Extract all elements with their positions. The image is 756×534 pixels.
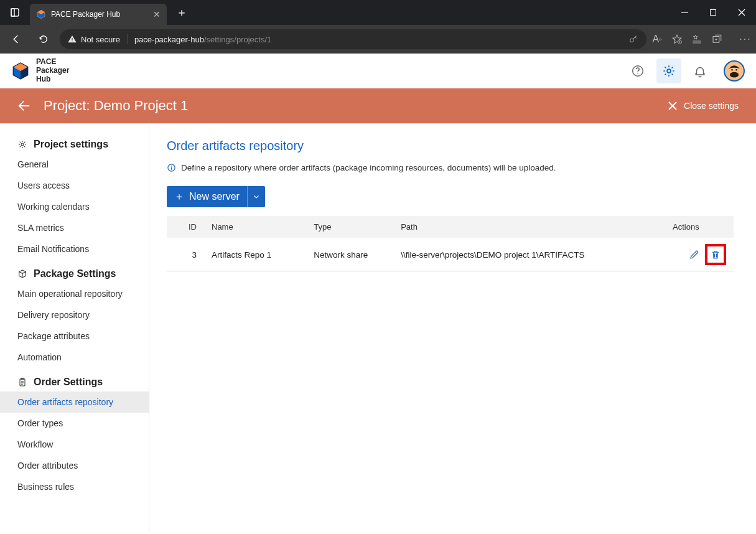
nav-refresh-button[interactable]	[32, 29, 55, 49]
table-row: 3 Artifacts Repo 1 Network share \\file-…	[167, 238, 734, 272]
sidebar-item-automation[interactable]: Automation	[0, 347, 149, 368]
repo-table: ID Name Type Path Actions 3 Artifacts Re…	[167, 216, 734, 272]
cell-id: 3	[167, 238, 204, 272]
sidebar-item-order-attributes[interactable]: Order attributes	[0, 455, 149, 476]
col-path[interactable]: Path	[393, 216, 665, 238]
svg-rect-22	[20, 379, 25, 386]
security-indicator[interactable]: Not secure	[67, 34, 128, 44]
page-title: Order artifacts repository	[167, 139, 734, 153]
delete-button-highlighted[interactable]	[705, 244, 726, 265]
package-icon	[17, 269, 27, 279]
col-id[interactable]: ID	[167, 216, 204, 238]
sidebar-item-sla-metrics[interactable]: SLA metrics	[0, 217, 149, 238]
svg-point-18	[731, 69, 733, 71]
project-title: Project: Demo Project 1	[44, 98, 188, 114]
pencil-icon	[689, 249, 700, 260]
table-header-row: ID Name Type Path Actions	[167, 216, 734, 238]
collections-icon[interactable]	[711, 34, 722, 45]
sidebar-item-main-operational-repository[interactable]: Main operational repository	[0, 283, 149, 304]
sidebar-heading-order-settings: Order Settings	[0, 373, 149, 391]
settings-button[interactable]	[656, 59, 681, 83]
sidebar-item-delivery-repository[interactable]: Delivery repository	[0, 304, 149, 326]
sidebar-item-working-calendars[interactable]: Working calendars	[0, 196, 149, 217]
window-close-button[interactable]	[727, 0, 756, 25]
svg-rect-0	[11, 9, 19, 16]
cell-name: Artifacts Repo 1	[204, 238, 306, 272]
info-icon	[167, 163, 176, 172]
new-server-label: New server	[189, 191, 240, 202]
favorites-bar-icon[interactable]	[691, 34, 702, 45]
clipboard-icon	[17, 377, 27, 387]
svg-point-15	[667, 69, 671, 73]
favicon-icon	[36, 9, 46, 19]
col-actions: Actions	[665, 216, 734, 238]
trash-icon	[710, 249, 721, 260]
app-logo-icon	[11, 62, 30, 80]
browser-tab-title: PACE Packager Hub	[51, 10, 148, 19]
nav-back-button[interactable]	[5, 29, 27, 49]
password-key-icon[interactable]	[628, 34, 639, 45]
url-text: pace-packager-hub/settings/projects/1	[134, 35, 271, 44]
sidebar-item-package-attributes[interactable]: Package attributes	[0, 326, 149, 347]
svg-point-25	[171, 166, 172, 167]
new-server-dropdown[interactable]	[248, 186, 265, 207]
svg-rect-1	[11, 9, 14, 16]
col-type[interactable]: Type	[306, 216, 393, 238]
cell-type: Network share	[306, 238, 393, 272]
sidebar-item-email-notifications[interactable]: Email Notifications	[0, 238, 149, 260]
sidebar-item-workflow[interactable]: Workflow	[0, 434, 149, 455]
close-settings-button[interactable]: Close settings	[668, 101, 739, 111]
svg-rect-26	[171, 167, 172, 170]
help-button[interactable]	[625, 59, 650, 83]
plus-icon: ＋	[174, 190, 184, 204]
warning-icon	[67, 34, 77, 44]
browser-menu-icon[interactable]: ···	[740, 34, 751, 45]
chevron-down-icon	[253, 193, 260, 200]
svg-point-14	[637, 73, 638, 75]
edit-button[interactable]	[689, 249, 700, 260]
back-arrow-icon[interactable]	[17, 99, 31, 113]
sidebar-item-business-rules[interactable]: Business rules	[0, 476, 149, 497]
tab-close-icon[interactable]: ✕	[153, 9, 161, 19]
svg-point-17	[730, 72, 739, 78]
new-server-button[interactable]: ＋ New server	[167, 186, 265, 207]
svg-rect-5	[72, 40, 72, 41]
sidebar-heading-project-settings: Project settings	[0, 135, 149, 154]
cell-path: \\file-server\projects\DEMO project 1\AR…	[393, 238, 665, 272]
gear-icon	[17, 139, 27, 149]
svg-point-20	[21, 143, 24, 146]
info-line: Define a repository where order artifact…	[167, 163, 734, 172]
info-text: Define a repository where order artifact…	[181, 163, 556, 172]
tab-actions-button[interactable]	[4, 3, 26, 22]
sidebar-item-order-artifacts-repository[interactable]: Order artifacts repository	[0, 391, 149, 413]
svg-point-19	[735, 69, 737, 71]
read-aloud-icon[interactable]: A»	[651, 34, 663, 45]
svg-rect-4	[72, 38, 72, 40]
user-avatar[interactable]	[724, 60, 745, 82]
close-settings-label: Close settings	[684, 101, 739, 111]
window-maximize-button[interactable]	[699, 0, 727, 25]
close-icon	[668, 101, 678, 111]
sidebar-heading-package-settings: Package Settings	[0, 265, 149, 283]
col-name[interactable]: Name	[204, 216, 306, 238]
browser-tab[interactable]: PACE Packager Hub ✕	[30, 4, 167, 25]
security-label: Not secure	[81, 35, 120, 44]
favorites-star-icon[interactable]	[671, 34, 683, 45]
svg-point-6	[630, 39, 633, 42]
new-tab-button[interactable]: ＋	[170, 3, 193, 22]
sidebar: Project settings General Users access Wo…	[0, 124, 149, 533]
window-minimize-button[interactable]	[670, 0, 699, 25]
product-name: PACE Packager Hub	[36, 58, 69, 83]
sidebar-item-users-access[interactable]: Users access	[0, 175, 149, 196]
address-bar[interactable]: Not secure pace-packager-hub/settings/pr…	[60, 29, 646, 49]
notifications-button[interactable]	[688, 59, 712, 83]
sidebar-item-general[interactable]: General	[0, 154, 149, 175]
sidebar-item-order-types[interactable]: Order types	[0, 413, 149, 434]
